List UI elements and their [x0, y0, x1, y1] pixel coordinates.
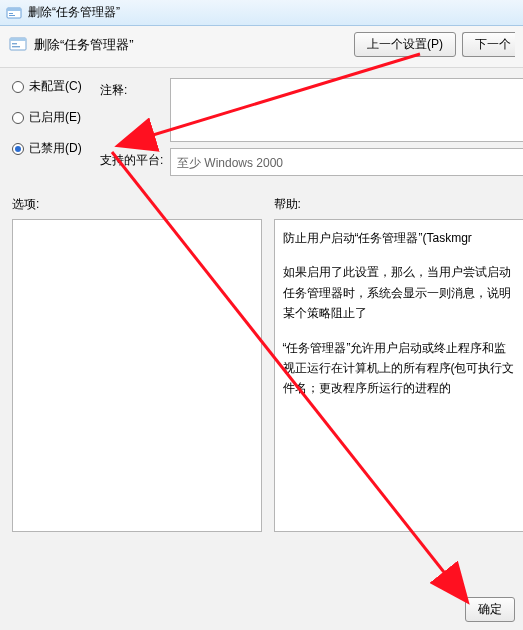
header-title: 删除“任务管理器” [34, 36, 134, 54]
footer: 确定 [451, 589, 523, 630]
header: 删除“任务管理器” 上一个设置(P) 下一个 [0, 26, 523, 68]
radio-icon [12, 81, 24, 93]
radio-enabled[interactable]: 已启用(E) [12, 109, 100, 126]
radio-disabled[interactable]: 已禁用(D) [12, 140, 100, 157]
options-label: 选项: [12, 196, 262, 213]
svg-rect-2 [9, 13, 13, 14]
help-paragraph: 防止用户启动“任务管理器”(Taskmgr [283, 228, 516, 248]
radio-label: 已禁用(D) [29, 140, 82, 157]
prev-setting-button[interactable]: 上一个设置(P) [354, 32, 456, 57]
comment-box[interactable] [170, 78, 523, 142]
radio-label: 未配置(C) [29, 78, 82, 95]
help-paragraph: 如果启用了此设置，那么，当用户尝试启动任务管理器时，系统会显示一则消息，说明某个… [283, 262, 516, 323]
help-paragraph: “任务管理器”允许用户启动或终止程序和监视正运行在计算机上的所有程序(包可执行文… [283, 338, 516, 399]
ok-button[interactable]: 确定 [465, 597, 515, 622]
svg-rect-6 [12, 43, 17, 44]
svg-rect-3 [9, 15, 15, 16]
comment-label: 注释: [100, 78, 170, 142]
help-panel: 防止用户启动“任务管理器”(Taskmgr 如果启用了此设置，那么，当用户尝试启… [274, 219, 524, 532]
radio-icon [12, 143, 24, 155]
radio-label: 已启用(E) [29, 109, 81, 126]
window-titlebar: 删除“任务管理器” [0, 0, 523, 26]
help-label: 帮助: [274, 196, 524, 213]
svg-rect-7 [12, 46, 20, 47]
platform-label: 支持的平台: [100, 148, 170, 176]
next-setting-button[interactable]: 下一个 [462, 32, 515, 57]
options-panel [12, 219, 262, 532]
platform-box: 至少 Windows 2000 [170, 148, 523, 176]
svg-rect-5 [10, 38, 26, 41]
svg-rect-1 [7, 8, 21, 11]
app-icon [6, 5, 22, 21]
radio-icon [12, 112, 24, 124]
radio-not-configured[interactable]: 未配置(C) [12, 78, 100, 95]
window-title: 删除“任务管理器” [28, 4, 120, 21]
radio-group: 未配置(C) 已启用(E) 已禁用(D) [0, 78, 100, 182]
policy-icon [8, 35, 28, 55]
